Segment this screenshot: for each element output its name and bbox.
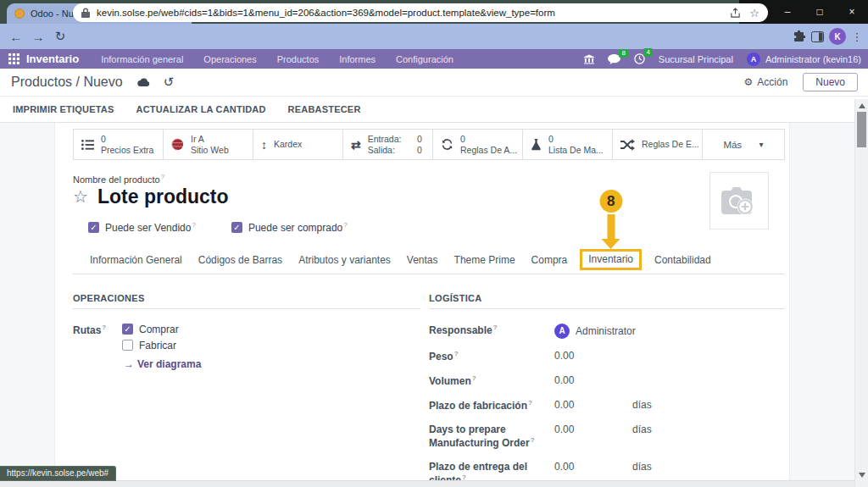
scrollbar-thumb[interactable] bbox=[857, 112, 866, 147]
browser-profile-avatar[interactable]: K bbox=[829, 28, 846, 45]
app-name[interactable]: Inventario bbox=[26, 53, 79, 65]
print-labels-button[interactable]: IMPRIMIR ETIQUETAS bbox=[13, 104, 114, 114]
address-bar[interactable]: kevin.solse.pe/web#cids=1&bids=1&menu_id… bbox=[73, 3, 768, 22]
responsable-value[interactable]: A Administrator bbox=[554, 324, 636, 339]
browser-menu-icon[interactable]: ⋮ bbox=[851, 28, 863, 45]
view-diagram-link[interactable]: → Ver diagrama bbox=[124, 358, 201, 370]
peso-input[interactable]: 0.00 bbox=[554, 350, 632, 362]
apps-grid-icon[interactable] bbox=[8, 53, 19, 64]
product-name-input[interactable]: Lote producto bbox=[97, 185, 229, 208]
help-marker: ? bbox=[161, 173, 164, 180]
step-annotation: 8 bbox=[599, 190, 622, 249]
arrow-down-head bbox=[602, 239, 620, 249]
step-number-badge: 8 bbox=[599, 190, 622, 213]
scroll-up-icon[interactable] bbox=[859, 103, 865, 108]
new-button[interactable]: Nuevo bbox=[803, 73, 858, 91]
activities-badge: 4 bbox=[643, 48, 652, 57]
product-name-label: Nombre del producto? bbox=[73, 173, 789, 185]
stat-precios-extra[interactable]: 0Precios Extra bbox=[74, 130, 164, 159]
tab-theme-prime[interactable]: Theme Prime bbox=[454, 254, 515, 266]
stat-more-dropdown[interactable]: Más ▾ bbox=[703, 130, 784, 159]
content-area: 0Precios Extra Ir ASitio Web ↕ Kardex ⇄ … bbox=[0, 123, 854, 487]
volumen-input[interactable]: 0.00 bbox=[554, 374, 632, 386]
stat-entrada-salida[interactable]: ⇄ Entrada:0 Salida:0 bbox=[343, 130, 433, 159]
status-link-bubble: https://kevin.solse.pe/web# bbox=[0, 466, 116, 481]
product-image-upload[interactable] bbox=[709, 172, 769, 230]
user-menu[interactable]: A Administrator (kevin16) bbox=[747, 53, 861, 66]
routes-label: Rutas? bbox=[73, 324, 122, 370]
messages-icon[interactable]: 8 bbox=[608, 54, 620, 64]
extensions-puzzle-icon[interactable] bbox=[793, 30, 805, 43]
checkbox-checked-icon: ✓ bbox=[231, 222, 242, 233]
tab-atributos-variantes[interactable]: Atributos y variantes bbox=[298, 254, 391, 266]
menu-operaciones[interactable]: Operaciones bbox=[203, 54, 256, 64]
lock-icon bbox=[81, 8, 90, 18]
stat-kardex[interactable]: ↕ Kardex bbox=[253, 130, 343, 159]
can-be-purchased-checkbox[interactable]: ✓ Puede ser comprado? bbox=[231, 221, 348, 234]
globe-icon bbox=[171, 138, 184, 151]
discard-undo-icon[interactable]: ↺ bbox=[164, 75, 175, 90]
unit-dias: días bbox=[632, 423, 652, 435]
camera-plus-icon bbox=[720, 185, 759, 217]
notebook-tabs: Información General Códigos de Barras At… bbox=[73, 249, 785, 274]
menu-configuracion[interactable]: Configuración bbox=[396, 54, 453, 64]
field-peso: Peso? 0.00 bbox=[429, 350, 785, 363]
reload-icon[interactable]: ↻ bbox=[49, 29, 71, 44]
window-close-icon[interactable]: × bbox=[836, 0, 868, 24]
unit-dias: días bbox=[632, 399, 652, 411]
route-manufacture-checkbox[interactable]: Fabricar bbox=[122, 340, 201, 351]
side-panel-icon[interactable] bbox=[811, 31, 824, 42]
tab-ventas[interactable]: Ventas bbox=[407, 254, 438, 266]
days-to-prepare-input[interactable]: 0.00 bbox=[554, 423, 632, 435]
stat-go-to-website[interactable]: Ir ASitio Web bbox=[164, 130, 253, 159]
breadcrumb[interactable]: Productos / Nuevo bbox=[11, 75, 123, 90]
building-icon[interactable] bbox=[584, 54, 594, 64]
arrows-updown-icon: ↕ bbox=[261, 138, 267, 152]
replenish-button[interactable]: REABASTECER bbox=[288, 104, 361, 114]
field-volumen: Volumen? 0.00 bbox=[429, 374, 785, 388]
menu-informacion-general[interactable]: Información general bbox=[101, 54, 183, 64]
window-maximize-icon[interactable]: □ bbox=[804, 0, 836, 24]
tab-informacion-general[interactable]: Información General bbox=[90, 254, 182, 266]
vertical-scrollbar[interactable] bbox=[854, 99, 868, 487]
share-icon[interactable] bbox=[730, 8, 741, 19]
user-name: Administrator (kevin16) bbox=[765, 54, 861, 64]
field-days-to-prepare: Days to prepare Manufacturing Order? 0.0… bbox=[429, 423, 785, 450]
bookmark-star-icon[interactable]: ☆ bbox=[749, 7, 760, 19]
shuffle-icon bbox=[620, 139, 635, 151]
stat-reglas-existencias[interactable]: Reglas De E... bbox=[613, 130, 703, 159]
plazo-entrega-input[interactable]: 0.00 bbox=[554, 461, 632, 473]
tab-compra[interactable]: Compra bbox=[531, 254, 568, 266]
menu-productos[interactable]: Productos bbox=[277, 54, 320, 64]
window-minimize-icon[interactable]: – bbox=[771, 0, 804, 24]
flask-icon bbox=[531, 138, 542, 151]
field-responsable: Responsable? A Administrator bbox=[429, 324, 785, 339]
scroll-down-icon[interactable] bbox=[859, 473, 865, 478]
odoo-navbar: Inventario Información general Operacion… bbox=[0, 49, 868, 69]
refresh-icon bbox=[441, 138, 453, 151]
unit-dias: días bbox=[632, 461, 652, 473]
action-menu[interactable]: ⚙ Acción bbox=[744, 76, 788, 88]
plazo-fabricacion-input[interactable]: 0.00 bbox=[554, 399, 632, 411]
favorite-star-icon[interactable]: ☆ bbox=[73, 186, 88, 207]
menu-informes[interactable]: Informes bbox=[339, 54, 376, 64]
tab-contabilidad[interactable]: Contabilidad bbox=[654, 254, 711, 266]
url-text: kevin.solse.pe/web#cids=1&bids=1&menu_id… bbox=[97, 8, 721, 18]
gear-icon: ⚙ bbox=[744, 76, 754, 88]
save-cloud-icon[interactable] bbox=[136, 77, 150, 87]
activities-clock-icon[interactable]: 4 bbox=[634, 53, 645, 64]
logistics-section: LOGÍSTICA Responsable? A Administrator P… bbox=[429, 293, 785, 487]
stat-reglas-abastecimiento[interactable]: 0Reglas De A... bbox=[433, 130, 523, 159]
company-selector[interactable]: Sucursal Principal bbox=[659, 54, 733, 64]
forward-icon[interactable]: → bbox=[27, 30, 49, 44]
back-icon[interactable]: ← bbox=[5, 30, 27, 44]
odoo-favicon-icon bbox=[14, 8, 25, 19]
route-buy-checkbox[interactable]: ✓ Comprar bbox=[122, 324, 201, 335]
tab-inventario[interactable]: Inventario 8 bbox=[580, 249, 642, 270]
stat-lista-materiales[interactable]: 0Lista De Ma... bbox=[523, 130, 613, 159]
operations-section: OPERACIONES Rutas? ✓ Comprar Fabricar → … bbox=[73, 293, 420, 487]
update-quantity-button[interactable]: ACTUALIZAR LA CANTIDAD bbox=[136, 104, 266, 114]
operations-title: OPERACIONES bbox=[73, 293, 420, 309]
tab-codigos-de-barras[interactable]: Códigos de Barras bbox=[198, 254, 282, 266]
can-be-sold-checkbox[interactable]: ✓ Puede ser Vendido? bbox=[88, 221, 196, 234]
